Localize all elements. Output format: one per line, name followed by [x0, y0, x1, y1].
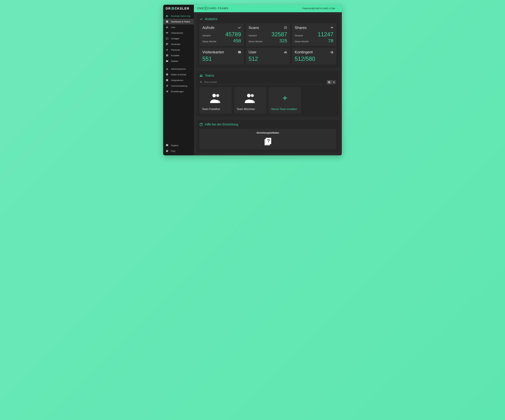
sidebar-item-label: Lizenzverwaltung [171, 85, 187, 87]
sidebar-item-cards[interactable]: Visitenkarten [163, 30, 194, 36]
logo-icon [171, 7, 174, 10]
dashboard-icon [166, 20, 169, 23]
physicals-icon [166, 48, 169, 51]
count-title: Visitenkarten [202, 50, 224, 54]
svg-point-8 [251, 94, 254, 97]
list-view-button[interactable] [331, 80, 336, 84]
folder-icon [166, 60, 169, 62]
svg-rect-0 [171, 7, 173, 8]
metric-week: 78 [328, 38, 333, 43]
total-label: Gesamt [202, 34, 211, 37]
sidebar-item-settings[interactable]: Einstellungen [163, 89, 194, 94]
sidebar-item-label: Vorlagen [171, 37, 179, 40]
sidebar-item-files[interactable]: Dateien [163, 58, 194, 64]
sidebar-item-integrations[interactable]: Integrationen [163, 77, 194, 83]
chat-icon [166, 144, 169, 147]
plus-icon [271, 90, 298, 106]
week-label: Diese Woche [249, 40, 263, 43]
team-search-input[interactable] [204, 81, 325, 83]
sidebar-item-label: Einstellungen [171, 90, 184, 93]
svg-point-4 [167, 85, 168, 86]
svg-point-7 [247, 94, 251, 97]
sidebar-item-label: Integrationen [171, 79, 183, 81]
share-icon [330, 26, 333, 29]
metric-week: 458 [233, 38, 241, 43]
metric-total: 11247 [318, 31, 333, 38]
sidebar-item-contacts[interactable]: Kontakte [163, 53, 194, 58]
view-toggle [327, 80, 336, 84]
sidebar-item-label: Generator [171, 43, 181, 45]
sidebar-item-label: User [171, 26, 176, 29]
sidebar-item-licenses[interactable]: Lizenzverwaltung [163, 83, 194, 89]
count-value: 512/580 [295, 56, 333, 62]
sidebar-item-label: Rollen & Rechte [171, 74, 186, 76]
generator-icon [166, 43, 169, 46]
app-window: DRCKSLER ONEVCARD-TEAMS FABIAN@ONEVCARD.… [163, 5, 342, 155]
sidebar-item-faq[interactable]: FAQ [163, 148, 194, 154]
metric-card-shares: Shares Gesamt11247 Diese Woche78 [292, 23, 336, 46]
qr-icon [284, 26, 287, 29]
sidebar-item-templates[interactable]: Vorlagen [163, 36, 194, 41]
sidebar-item-label: Physicals [171, 49, 180, 51]
team-icon [237, 90, 264, 106]
teams-title: Teams [205, 74, 214, 77]
count-card-visitenkarten: Visitenkarten 551 [200, 48, 244, 65]
app-title-label: ONEVCARD-TEAMS [197, 7, 228, 10]
grid-view-button[interactable] [327, 80, 331, 84]
metric-week: 325 [279, 38, 287, 43]
svg-rect-3 [173, 9, 174, 10]
sidebar-item-admins[interactable]: Administratoren [163, 66, 194, 72]
contacts-icon [166, 54, 169, 57]
metric-title: Aufrufe [202, 25, 215, 30]
sidebar-item-generator[interactable]: Generator [163, 41, 194, 47]
building-icon [166, 15, 169, 17]
help-panel: Hilfe bei der Einrichtung Einrichtungsle… [197, 120, 339, 153]
sidebar: Drocksler Demo Org Dashboard & Teams Use… [163, 12, 194, 155]
user-menu[interactable]: FABIAN@ONEVCARD.COM [303, 7, 339, 10]
topbar: DRCKSLER ONEVCARD-TEAMS FABIAN@ONEVCARD.… [163, 5, 342, 12]
team-name: Team Frankfurt [202, 108, 229, 111]
sidebar-item-label: Kontakte [171, 54, 179, 57]
analytics-icon [200, 17, 203, 21]
shield-icon [166, 73, 169, 76]
metric-card-scans: Scans Gesamt32587 Diese Woche325 [246, 23, 290, 46]
add-user-icon [330, 51, 333, 54]
team-card[interactable]: Team München [234, 87, 266, 114]
sidebar-item-dashboard[interactable]: Dashboard & Teams [163, 19, 194, 25]
sidebar-item-physicals[interactable]: Physicals [163, 47, 194, 53]
analytics-panel: Analytics Aufrufe Gesamt45789 Diese Woch… [197, 14, 339, 68]
sidebar-item-label: FAQ [171, 150, 175, 152]
integrations-icon [166, 79, 169, 82]
count-title: Kontingent [295, 50, 313, 54]
svg-point-6 [216, 94, 219, 97]
count-card-user: User 512 [246, 48, 290, 65]
card-id-icon [238, 51, 241, 54]
cards-icon [166, 31, 169, 34]
sidebar-item-roles[interactable]: Rollen & Rechte [163, 72, 194, 77]
license-icon [166, 84, 169, 87]
team-name: Team München [237, 108, 264, 111]
brand-logo: DRCKSLER [163, 5, 194, 12]
sidebar-org-label: Drocksler Demo Org [171, 15, 190, 17]
setup-guide-card[interactable]: Einrichtungsleitfaden ? [200, 129, 336, 149]
guide-title: Einrichtungsleitfaden [202, 131, 333, 134]
help-title: Hilfe bei der Einrichtung [205, 123, 238, 126]
guide-icon: ? [202, 136, 333, 147]
trend-icon [238, 26, 241, 30]
svg-point-5 [212, 94, 216, 97]
sidebar-item-label: Support [171, 144, 178, 147]
svg-rect-2 [171, 9, 173, 10]
count-value: 551 [202, 56, 241, 62]
svg-text:?: ? [267, 138, 270, 143]
team-icon [202, 90, 229, 106]
new-team-card[interactable]: Neues Team erstellen [269, 87, 301, 114]
svg-rect-1 [173, 7, 174, 8]
week-label: Diese Woche [202, 40, 216, 43]
search-icon [200, 81, 202, 83]
users-icon [200, 74, 203, 77]
sidebar-item-user[interactable]: User [163, 25, 194, 30]
sidebar-item-support[interactable]: Support [163, 142, 194, 148]
chevron-down-icon [337, 8, 339, 9]
team-card[interactable]: Team Frankfurt [200, 87, 232, 114]
sidebar-org[interactable]: Drocksler Demo Org [163, 13, 194, 19]
